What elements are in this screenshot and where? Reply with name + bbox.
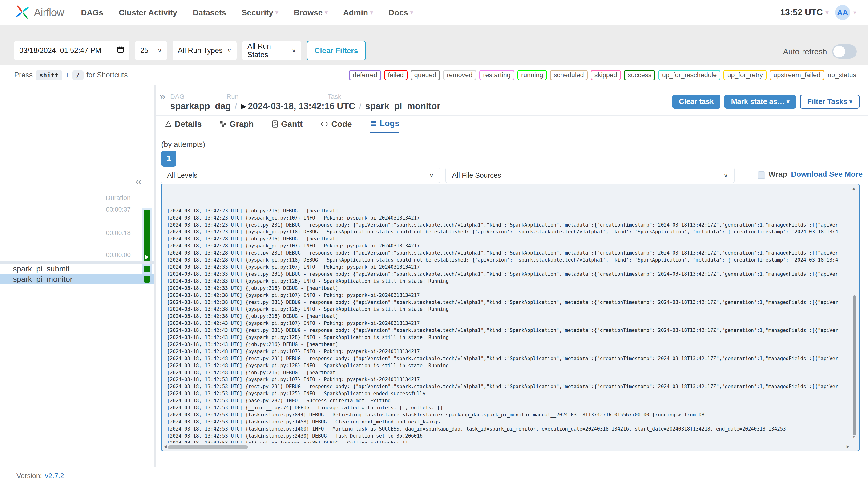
- log-line: [2024-03-18, 13:42:48 UTC] {job.py:216} …: [167, 370, 849, 376]
- log-line: [2024-03-18, 13:42:53 UTC] {taskinstance…: [167, 419, 849, 425]
- chevron-down-icon: ▾: [854, 9, 856, 16]
- breadcrumb-dag[interactable]: sparkapp_dag: [170, 101, 231, 111]
- status-badge[interactable]: restarting: [479, 70, 515, 80]
- task-row[interactable]: spark_pi_submit: [0, 264, 154, 274]
- log-line: [2024-03-18, 13:42:33 UTC] {pyspark_pi.p…: [167, 264, 849, 271]
- duration-axis-label: Duration: [106, 194, 131, 202]
- collapse-sidebar-icon[interactable]: «: [135, 175, 142, 188]
- status-badge[interactable]: deferred: [349, 70, 381, 80]
- log-levels-select[interactable]: All Levels∨: [160, 167, 440, 183]
- tab-logs[interactable]: Logs: [370, 117, 400, 133]
- log-line: [2024-03-18, 13:42:43 UTC] {rest.py:231}…: [167, 327, 849, 334]
- task-status-cell[interactable]: [142, 264, 152, 274]
- status-badge[interactable]: failed: [384, 70, 407, 80]
- date-filter-input[interactable]: [14, 41, 129, 60]
- log-line: [2024-03-18, 13:42:38 UTC] {pyspark_pi.p…: [167, 292, 849, 299]
- manual-run-play-icon: [146, 255, 149, 259]
- nav-item-admin[interactable]: Admin▾: [343, 8, 373, 17]
- status-badge[interactable]: upstream_failed: [770, 70, 824, 80]
- status-badge[interactable]: removed: [443, 70, 476, 80]
- code-icon: [320, 121, 329, 128]
- log-line: [2024-03-18, 13:42:23 UTC] {job.py:216} …: [167, 207, 849, 215]
- log-line: [2024-03-18, 13:42:28 UTC] {pyspark_pi.p…: [167, 257, 849, 264]
- status-badge[interactable]: running: [518, 70, 547, 80]
- calendar-icon[interactable]: [117, 45, 124, 56]
- horizontal-scrollbar-thumb[interactable]: [168, 445, 248, 449]
- run-type-play-icon: ▶: [241, 102, 246, 110]
- nav-item-security[interactable]: Security▾: [242, 8, 278, 17]
- duration-tick: 00:00:18: [106, 229, 131, 237]
- task-name[interactable]: spark_pi_submit: [13, 264, 69, 274]
- scroll-up-icon[interactable]: ▲: [852, 186, 856, 191]
- download-link[interactable]: Download: [791, 170, 827, 179]
- version-link[interactable]: v2.7.2: [45, 472, 64, 479]
- status-badge[interactable]: queued: [410, 70, 440, 80]
- scroll-down-icon[interactable]: ▼: [852, 435, 856, 439]
- clear-task-button[interactable]: Clear task: [672, 95, 720, 109]
- clock-dropdown[interactable]: 13:52 UTC▾: [780, 7, 829, 18]
- nav-item-datasets[interactable]: Datasets: [193, 8, 226, 17]
- tab-graph[interactable]: Graph: [220, 117, 254, 133]
- attempt-1-button[interactable]: 1: [161, 151, 176, 166]
- run-states-select[interactable]: All Run States∨: [242, 41, 301, 60]
- chevron-down-icon: ▾: [826, 9, 829, 16]
- mark-state-button[interactable]: Mark state as… ▾: [724, 95, 796, 109]
- status-badge[interactable]: up_for_retry: [723, 70, 767, 80]
- scroll-left-icon[interactable]: ◀: [164, 444, 167, 449]
- grid-header-strip: [0, 261, 154, 264]
- vertical-scrollbar-thumb[interactable]: [853, 295, 856, 436]
- task-list: spark_pi_submit spark_pi_monitor: [0, 264, 154, 284]
- log-lines: [2024-03-18, 13:42:23 UTC] {job.py:216} …: [167, 186, 849, 443]
- task-name[interactable]: spark_pi_monitor: [13, 275, 72, 284]
- nav-item-docs[interactable]: Docs▾: [389, 8, 413, 17]
- status-badge[interactable]: up_for_reschedule: [658, 70, 720, 80]
- breadcrumb-run[interactable]: ▶ 2024-03-18, 13:42:16 UTC: [241, 101, 355, 111]
- status-badge[interactable]: success: [624, 70, 655, 80]
- log-line: [2024-03-18, 13:42:38 UTC] {pyspark_pi.p…: [167, 306, 849, 313]
- dag-run-duration-bar[interactable]: [144, 210, 150, 261]
- filter-bar: 25∨ All Run Types∨ All Run States∨ Clear…: [0, 25, 868, 65]
- run-types-select[interactable]: All Run Types∨: [173, 41, 237, 60]
- shift-key-chip: shift: [35, 70, 62, 80]
- status-badge[interactable]: scheduled: [550, 70, 588, 80]
- nav-item-browse[interactable]: Browse▾: [294, 8, 328, 17]
- logs-icon: [370, 120, 377, 127]
- file-sources-select[interactable]: All File Sources∨: [445, 167, 735, 183]
- status-badge[interactable]: skipped: [591, 70, 621, 80]
- filter-tasks-button[interactable]: Filter Tasks ▾: [800, 95, 860, 109]
- log-line: [2024-03-18, 13:42:53 UTC] {taskinstance…: [167, 425, 849, 433]
- date-value[interactable]: [19, 46, 109, 55]
- scroll-right-icon[interactable]: ▶: [846, 444, 850, 449]
- log-output-box[interactable]: [2024-03-18, 13:42:23 UTC] {job.py:216} …: [161, 184, 860, 451]
- expand-panel-icon[interactable]: »: [160, 91, 165, 102]
- task-row[interactable]: spark_pi_monitor: [0, 274, 154, 284]
- log-line: [2024-03-18, 13:42:23 UTC] {pyspark_pi.p…: [167, 228, 849, 235]
- user-menu[interactable]: AA ▾: [835, 5, 856, 20]
- nav-links: DAGs Cluster Activity Datasets Security▾…: [81, 8, 413, 17]
- task-status-cell[interactable]: [142, 274, 152, 284]
- auto-refresh-toggle[interactable]: [832, 44, 857, 59]
- see-more-link[interactable]: See More: [829, 170, 863, 179]
- nav-item-cluster-activity[interactable]: Cluster Activity: [119, 8, 177, 17]
- tab-gantt[interactable]: Gantt: [272, 117, 303, 133]
- log-line: [2024-03-18, 13:42:43 UTC] {job.py:216} …: [167, 341, 849, 348]
- breadcrumb-task[interactable]: spark_pi_monitor: [365, 101, 440, 111]
- task-actions: Clear task Mark state as… ▾ Filter Tasks…: [672, 95, 860, 109]
- task-success-square: [144, 266, 150, 272]
- panel-divider[interactable]: [154, 86, 156, 467]
- airflow-brand[interactable]: Airflow: [14, 4, 64, 21]
- page-size-select[interactable]: 25∨: [135, 41, 167, 60]
- slash-key-chip: /: [72, 70, 84, 80]
- clear-filters-button[interactable]: Clear Filters: [307, 41, 366, 60]
- airflow-app: Airflow DAGs Cluster Activity Datasets S…: [0, 0, 868, 479]
- log-line: [2024-03-18, 13:42:53 UTC] {taskinstance…: [167, 412, 849, 419]
- tab-details[interactable]: Details: [165, 117, 202, 133]
- task-success-square: [144, 276, 150, 283]
- duration-tick: 00:00:37: [106, 206, 131, 213]
- tab-code[interactable]: Code: [320, 117, 352, 133]
- wrap-checkbox[interactable]: [757, 171, 765, 179]
- nav-item-dags[interactable]: DAGs: [81, 8, 103, 17]
- status-badge[interactable]: no_status: [827, 71, 857, 79]
- log-line: [2024-03-18, 13:42:43 UTC] {pyspark_pi.p…: [167, 334, 849, 341]
- nav-right: 13:52 UTC▾ AA ▾: [780, 5, 856, 20]
